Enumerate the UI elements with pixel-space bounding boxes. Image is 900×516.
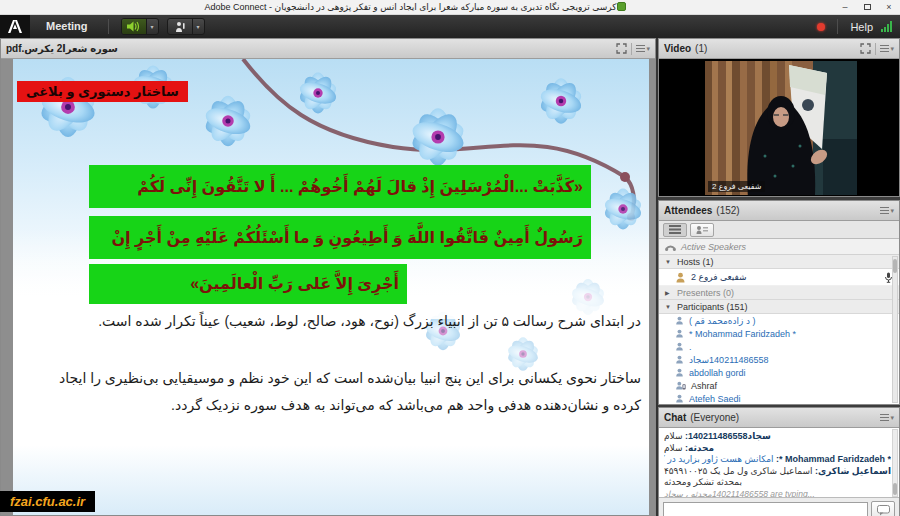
participant-name: * Mohammad Faridzadeh * <box>689 329 796 339</box>
host-row[interactable]: شفیعی فروع 2 <box>659 269 899 286</box>
window-titlebar: کرسی ترویجی نگاه تدبری به سوره مبارکه شع… <box>0 0 900 15</box>
pod-options-icon[interactable]: ▾ <box>880 207 894 215</box>
meeting-menubar: Meeting ▾ ▾ Help <box>0 15 900 38</box>
chat-message-text: امکانش هست ژاور بزارید در کانال آهمون می… <box>664 454 773 464</box>
adobe-logo <box>0 15 30 38</box>
attendee-list-view-button[interactable] <box>663 223 687 237</box>
presenters-group-header[interactable]: ▶ Presenters (0) <box>659 286 899 300</box>
share-pod: سوره شعرا2 یکرس.pdf ▾ <box>0 38 656 516</box>
adobe-a-icon <box>7 19 23 34</box>
attendees-toolbar <box>659 221 899 239</box>
video-count: (1) <box>695 43 707 54</box>
participant-name: سجاد‎140211486558 <box>689 355 769 365</box>
pod-options-icon[interactable]: ▾ <box>636 45 650 53</box>
participant-avatar-icon <box>675 368 684 377</box>
raise-hand-icon[interactable] <box>168 19 192 34</box>
video-pod: Video (1) ▾ <box>658 38 900 197</box>
webcam-video[interactable]: شفیعی فروع 2 <box>705 61 857 195</box>
adobe-connect-app-icon <box>617 2 626 11</box>
chat-sender-name: سجاد‎140211486558: <box>685 431 771 441</box>
participants-group-header[interactable]: ▼ Participants (151) <box>659 300 899 314</box>
participant-row[interactable]: سجاد‎140211486558 <box>659 353 899 366</box>
status-dropdown-caret[interactable]: ▾ <box>192 19 204 34</box>
attendees-scrollbar[interactable] <box>892 256 898 403</box>
chat-message-text: اسماعیل شاکری ول مل یک ۵۴۵۹۹۱۰۰۲۵ <box>664 466 812 476</box>
attendees-list: ▼ Hosts (1) شفیعی فروع 2 ▶ Presenters (0… <box>659 255 899 404</box>
shared-document-title: سوره شعرا2 یکرس.pdf <box>6 43 118 54</box>
participant-name: abdollah gordi <box>689 368 746 378</box>
chat-message: اسماعیل شاکری: اسماعیل شاکری ول مل یک ۵۴… <box>664 466 891 478</box>
video-pod-body: شفیعی فروع 2 <box>659 59 899 196</box>
speaker-dropdown-caret[interactable]: ▾ <box>146 19 158 34</box>
chat-scrollbar[interactable] <box>892 429 898 497</box>
participant-avatar-icon <box>675 329 684 338</box>
maximize-icon <box>864 4 871 10</box>
meeting-menu[interactable]: Meeting <box>30 15 104 38</box>
participant-avatar-icon <box>675 394 684 403</box>
chat-sender-name: * Mohammad Faridzadeh *: <box>776 454 891 464</box>
chat-pod-header: Chat (Everyone) ▾ <box>659 408 899 428</box>
verse-line-3: أَجْرِیَ إِلاَّ عَلی رَبِّ الْعالَمِینَ» <box>89 264 407 304</box>
chat-message: * Mohammad Faridzadeh *: امکانش هست ژاور… <box>664 454 891 466</box>
fullscreen-icon[interactable] <box>616 43 627 54</box>
pod-options-icon[interactable]: ▾ <box>880 414 894 422</box>
participant-name: Ashraf <box>691 381 717 391</box>
participant-row[interactable]: abdollah gordi <box>659 366 899 379</box>
chat-input-row <box>659 498 899 516</box>
collapse-triangle-icon: ▼ <box>665 304 672 310</box>
chat-input[interactable] <box>663 502 868 516</box>
participant-name: Atefeh Saedi <box>689 394 741 404</box>
slide-paragraph-1: در ابتدای شرح رسالت ۵ تن از انبیاء بزرگ … <box>29 308 641 335</box>
attendee-status-view-button[interactable] <box>690 223 714 237</box>
participant-avatar-icon <box>675 342 684 351</box>
video-pod-header: Video (1) ▾ <box>659 39 899 59</box>
scrollbar-thumb[interactable] <box>893 483 897 495</box>
hosts-group-header[interactable]: ▼ Hosts (1) <box>659 255 899 269</box>
recording-indicator-icon <box>817 23 825 31</box>
window-title: کرسی ترویجی نگاه تدبری به سوره مبارکه شع… <box>0 0 834 15</box>
chat-bubble-icon <box>877 505 890 516</box>
help-menu[interactable]: Help <box>850 21 873 33</box>
chat-message: محدثه: سلام <box>664 443 891 455</box>
attendees-pod-header: Attendees (152) ▾ <box>659 201 899 221</box>
scrollbar-thumb[interactable] <box>893 259 897 273</box>
chat-sender-name: محدثه: <box>685 443 714 453</box>
participant-row[interactable]: Ashraf <box>659 379 899 392</box>
chat-message: سجاد‎140211486558: سلام <box>664 431 891 443</box>
minimize-button[interactable]: – <box>834 0 856 15</box>
connection-signal-icon[interactable] <box>881 21 892 32</box>
chat-message-text: بمحدثه تشکر ومحدثه <box>664 477 742 487</box>
verse-line-1: «کَذَّبَتْ ...الْمُرْسَلِینَ إِذْ قالَ ل… <box>89 165 591 208</box>
chat-message-text: سلام <box>664 431 682 441</box>
participant-row[interactable]: . <box>659 340 899 353</box>
speaker-button-group[interactable]: ▾ <box>121 18 159 35</box>
phone-participant-avatar-icon <box>675 381 686 390</box>
status-button-group[interactable]: ▾ <box>167 18 205 35</box>
attendees-pod-title: Attendees <box>664 205 712 216</box>
video-name-tag: شفیعی فروع 2 <box>708 181 765 192</box>
close-button[interactable]: × <box>878 0 900 15</box>
attendees-pod: Attendees (152) ▾ Active Speakers ▼ Host… <box>658 200 900 405</box>
participant-name: ( د زاده‌محمد قم ) <box>689 316 755 326</box>
pod-options-icon[interactable]: ▾ <box>880 45 894 53</box>
participant-row[interactable]: Atefeh Saedi <box>659 392 899 404</box>
chat-pod-title: Chat <box>664 412 686 423</box>
share-pod-header: سوره شعرا2 یکرس.pdf ▾ <box>1 39 655 59</box>
chat-scope: (Everyone) <box>690 412 739 423</box>
slide-canvas[interactable]: ساختار دستوری و بلاغی «کَذَّبَتْ ...الْم… <box>13 59 649 515</box>
expand-triangle-icon: ▶ <box>665 289 672 296</box>
speaker-icon[interactable] <box>122 19 146 34</box>
host-avatar-icon <box>675 272 686 283</box>
participant-row[interactable]: * Mohammad Faridzadeh * <box>659 327 899 340</box>
verse-line-2: رَسُولٌ أَمِینٌ فَاتَّقُوا اللَّهَ وَ أَ… <box>89 216 591 259</box>
chat-message-list[interactable]: سجاد‎140211486558: سلام محدثه: سلام * Mo… <box>659 428 899 498</box>
send-message-button[interactable] <box>871 501 895 516</box>
chat-pod: Chat (Everyone) ▾ سجاد‎140211486558: سلا… <box>658 407 900 516</box>
fullscreen-icon[interactable] <box>860 43 871 54</box>
video-pod-title: Video <box>664 43 691 54</box>
active-speakers-row: Active Speakers <box>659 239 899 255</box>
slide-section-banner: ساختار دستوری و بلاغی <box>17 81 188 102</box>
maximize-button[interactable] <box>856 0 878 15</box>
collapse-triangle-icon: ▼ <box>665 259 672 265</box>
participant-row[interactable]: ( د زاده‌محمد قم ) <box>659 314 899 327</box>
